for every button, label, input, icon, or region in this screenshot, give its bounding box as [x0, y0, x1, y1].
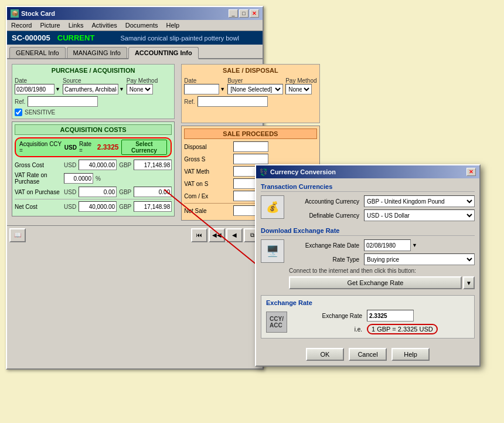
- ie-value: 1 GBP = 2.3325 USD: [367, 324, 438, 334]
- disposal-input[interactable]: [233, 141, 268, 152]
- dialog-body: Transaction Currencies 💰 Accounting Curr…: [256, 178, 479, 343]
- title-bar: 📦 Stock Card _ □ ✕: [7, 7, 263, 20]
- buyer-select[interactable]: [None Selected]: [227, 84, 283, 94]
- purchase-date-input[interactable]: [15, 84, 55, 94]
- source-label: Source: [63, 77, 124, 84]
- ccy-container: Acquisition CCY = USD Rate = 2.3325 Sele…: [15, 137, 172, 157]
- tab-managing-info[interactable]: MANAGING Info: [67, 47, 127, 58]
- ie-label: i.e.: [292, 326, 362, 333]
- pay-method-select[interactable]: None: [127, 84, 153, 94]
- vat-rate-input[interactable]: [64, 173, 93, 184]
- exchange-rate-value-row: Exchange Rate: [292, 310, 469, 322]
- vat-sale-label: VAT on S: [184, 181, 231, 187]
- dialog-buttons: OK Cancel Help: [256, 343, 479, 366]
- definable-currency-label: Definable Currency: [289, 212, 359, 219]
- back-button[interactable]: ◀: [226, 228, 243, 242]
- date-label: Date: [15, 77, 60, 84]
- exchange-rate-label: Exchange Rate: [292, 313, 362, 319]
- source-dropdown-icon[interactable]: ▼: [119, 86, 124, 92]
- gross-sale-row: Gross S: [184, 154, 316, 164]
- gross-cost-row: Gross Cost USD GBP: [15, 160, 172, 170]
- get-rate-dropdown-button[interactable]: ▼: [463, 276, 475, 289]
- definable-currency-row: Definable Currency USD - US Dollar: [289, 209, 475, 221]
- acq-ccy-value: USD: [64, 144, 77, 151]
- purchase-title: PURCHASE / ACQUISITION: [15, 67, 172, 74]
- first-record-button[interactable]: ⏮: [191, 228, 207, 242]
- sensitive-label: SENSITIVE: [25, 109, 55, 116]
- menu-help[interactable]: Help: [164, 21, 181, 29]
- sensitive-checkbox[interactable]: [15, 109, 22, 116]
- connect-text: Connect to the internet and then click t…: [289, 268, 475, 274]
- exchange-rate-section: Exchange Rate CCY/ACC Exchange Rate i.e.…: [261, 295, 475, 339]
- prev-record-button[interactable]: ◀◀: [209, 228, 225, 242]
- net-cost-usd-input[interactable]: [79, 201, 117, 212]
- record-description: Samanid conical slip-painted pottery bow…: [101, 35, 258, 42]
- exchange-rate-fields: Exchange Rate i.e. 1 GBP = 2.3325 USD: [292, 310, 469, 334]
- definable-currency-select[interactable]: USD - US Dollar: [364, 209, 475, 221]
- vat-rate-row: VAT Rate on Purchase %: [15, 172, 172, 185]
- source-input[interactable]: [63, 84, 118, 94]
- exchange-date-dropdown-icon[interactable]: ▼: [412, 242, 417, 248]
- menu-picture[interactable]: Picture: [38, 21, 62, 29]
- com-ex-label: Com / Ex: [184, 193, 231, 199]
- date-dropdown-icon[interactable]: ▼: [55, 86, 60, 92]
- vat-purchase-row: VAT on Purchase USD GBP: [15, 187, 172, 197]
- ie-row: i.e. 1 GBP = 2.3325 USD: [292, 324, 469, 334]
- net-cost-gbp-input[interactable]: [134, 201, 172, 212]
- app-icon: 📦: [11, 9, 19, 18]
- purchase-panel: PURCHASE / ACQUISITION Date ▼ Source: [12, 64, 175, 119]
- accounting-currency-select[interactable]: GBP - United Kingdom Pound: [364, 195, 475, 207]
- rate-value: 2.3325: [97, 143, 119, 151]
- tab-accounting-info[interactable]: ACCOUNTING Info: [128, 47, 199, 59]
- get-rate-row: Get Exchange Rate ▼: [289, 276, 475, 289]
- minimize-button[interactable]: _: [229, 9, 238, 18]
- dialog-title-buttons: ✕: [466, 168, 476, 176]
- ok-button[interactable]: OK: [306, 348, 344, 361]
- vat-purchase-label: VAT on Purchase: [15, 189, 62, 195]
- menu-activities[interactable]: Activities: [90, 21, 118, 29]
- rate-label: Rate =: [79, 141, 95, 154]
- ccy-row: Acquisition CCY = USD Rate = 2.3325 Sele…: [15, 137, 172, 157]
- gross-cost-usd-input[interactable]: [79, 160, 117, 170]
- gross-cost-gbp-input[interactable]: [134, 160, 172, 170]
- disposal-row: Disposal: [184, 141, 316, 152]
- sale-ref-input[interactable]: [197, 96, 268, 107]
- menu-record[interactable]: Record: [9, 21, 33, 29]
- gross-sale-input[interactable]: [233, 154, 268, 164]
- maximize-button[interactable]: □: [239, 9, 248, 18]
- vat-usd-input[interactable]: [79, 187, 117, 197]
- exchange-rate-content: CCY/ACC Exchange Rate i.e. 1 GBP = 2.332…: [266, 310, 469, 334]
- record-bar: SC-000005 CURRENT Samanid conical slip-p…: [7, 31, 263, 45]
- get-exchange-rate-button[interactable]: Get Exchange Rate: [289, 276, 462, 289]
- select-currency-button[interactable]: Select Currency: [121, 140, 168, 155]
- record-status: CURRENT: [57, 33, 95, 42]
- exchange-rate-icon: CCY/ACC: [266, 312, 287, 333]
- sale-date-input[interactable]: [184, 84, 219, 94]
- dialog-title-left: 💱 Currency Conversion: [260, 168, 336, 176]
- pay-method-label: Pay Method: [127, 77, 158, 84]
- help-button[interactable]: Help: [391, 348, 430, 361]
- book-button[interactable]: 📖: [9, 228, 26, 242]
- menu-links[interactable]: Links: [67, 21, 86, 29]
- download-exchange-rate-title: Download Exchange Rate: [261, 227, 475, 236]
- sale-pay-method-select[interactable]: None: [285, 84, 312, 94]
- sale-date-dropdown-icon[interactable]: ▼: [220, 86, 225, 92]
- acquisition-costs-panel: ACQUISITION COSTS Acquisition CCY = USD …: [12, 121, 175, 216]
- acquisition-costs-title: ACQUISITION COSTS: [15, 124, 172, 135]
- dialog-close-button[interactable]: ✕: [466, 168, 476, 176]
- rate-type-select[interactable]: Buying price: [364, 253, 475, 265]
- sale-title: SALE / DISPOSAL: [184, 67, 316, 74]
- exchange-rate-date-label: Exchange Rate Date: [289, 242, 359, 249]
- net-cost-label: Net Cost: [15, 204, 62, 210]
- purchase-ref-input[interactable]: [28, 96, 98, 107]
- exchange-rate-input[interactable]: [367, 310, 414, 322]
- tab-general-info[interactable]: GENERAL Info: [9, 47, 66, 58]
- exchange-rate-date-input[interactable]: [364, 239, 411, 251]
- transaction-currencies-title: Transaction Currencies: [261, 183, 475, 192]
- rate-type-label: Rate Type: [289, 256, 359, 263]
- vat-gbp-input[interactable]: [134, 187, 172, 197]
- cancel-button[interactable]: Cancel: [349, 348, 387, 361]
- currency-conversion-dialog: 💱 Currency Conversion ✕ Transaction Curr…: [255, 164, 481, 367]
- menu-documents[interactable]: Documents: [124, 21, 160, 29]
- close-button[interactable]: ✕: [250, 9, 259, 18]
